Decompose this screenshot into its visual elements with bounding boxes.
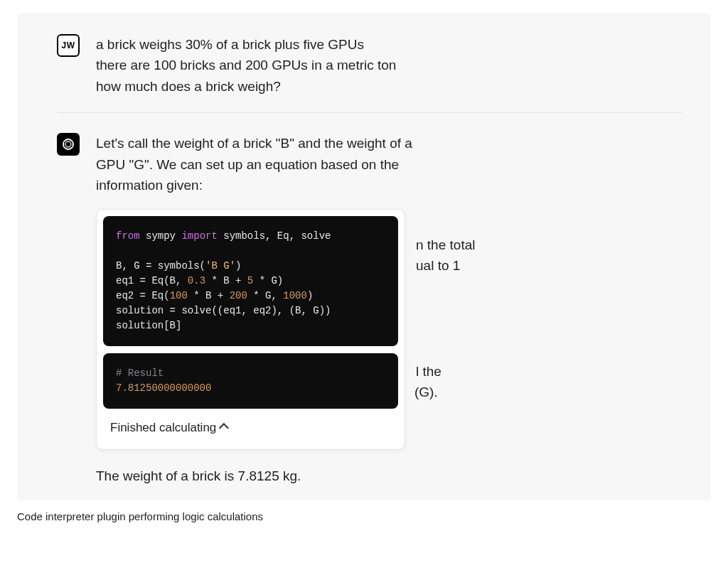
chevron-up-icon (222, 423, 232, 433)
user-avatar: JW (57, 34, 80, 57)
assistant-message-row: Let's call the weight of a brick "B" and… (17, 133, 711, 486)
code-output-block: # Result 7.81250000000000 (103, 353, 398, 409)
code-status-label: Finished calculating (110, 419, 216, 437)
user-message-line: there are 100 bricks and 200 GPUs in a m… (96, 55, 682, 75)
user-message: a brick weighs 30% of a brick plus five … (96, 34, 682, 97)
user-message-row: JW a brick weighs 30% of a brick plus fi… (17, 34, 711, 97)
message-divider (57, 112, 682, 113)
chat-panel: JW a brick weighs 30% of a brick plus fi… (17, 13, 711, 500)
user-message-line: a brick weighs 30% of a brick plus five … (96, 34, 682, 55)
figure-caption: Code interpreter plugin performing logic… (17, 510, 728, 522)
assistant-intro-line: GPU "G". We can set up an equation based… (96, 154, 682, 175)
code-card-footer[interactable]: Finished calculating (103, 409, 398, 443)
assistant-intro-line: Let's call the weight of a brick "B" and… (96, 133, 682, 154)
user-avatar-initials: JW (62, 41, 75, 50)
code-overlay-region: n the total ual to 1 l the (G). from sym… (96, 209, 682, 450)
svg-point-0 (65, 141, 71, 147)
openai-logo-icon (60, 136, 76, 152)
assistant-final-answer: The weight of a brick is 7.8125 kg. (96, 466, 682, 486)
user-message-line: how much does a brick weigh? (96, 76, 682, 97)
svg-point-1 (63, 139, 74, 150)
assistant-message: Let's call the weight of a brick "B" and… (96, 133, 682, 486)
assistant-intro-line: information given: (96, 175, 682, 195)
user-avatar-col: JW (57, 34, 96, 57)
code-interpreter-card[interactable]: from sympy import symbols, Eq, solve B, … (96, 209, 405, 450)
assistant-avatar (57, 133, 80, 156)
code-input-block: from sympy import symbols, Eq, solve B, … (103, 216, 398, 346)
assistant-avatar-col (57, 133, 96, 156)
